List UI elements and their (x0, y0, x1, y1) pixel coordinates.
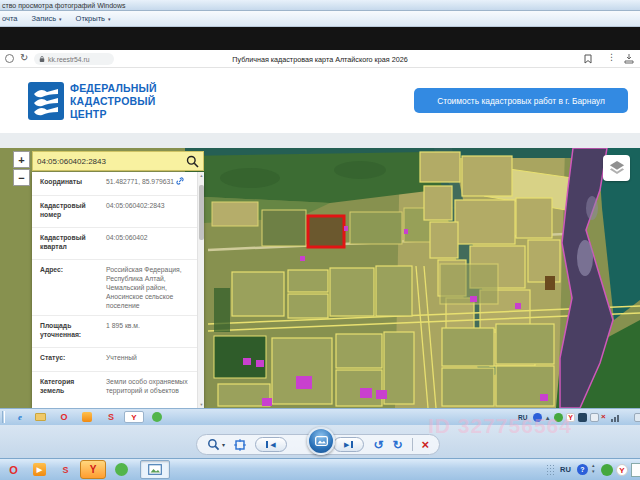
photo-viewer-active-button[interactable] (140, 460, 170, 479)
menu-open[interactable]: Открыть▾ (76, 14, 111, 23)
rotate-cw-button[interactable]: ↻ (393, 439, 403, 451)
chevron-down-icon: ▾ (222, 441, 225, 448)
scrollbar-thumb[interactable] (199, 185, 204, 240)
ie-icon[interactable]: e (14, 411, 26, 423)
s-app-icon[interactable]: S (105, 411, 117, 423)
opera-icon[interactable]: O (58, 411, 70, 423)
viewer-bottom-chrome: ▾ ◀ ▶ ↺ ↻ × (0, 425, 640, 458)
taskbar-grip (2, 411, 5, 423)
media-app-icon[interactable] (81, 411, 93, 423)
folder-icon[interactable] (34, 411, 46, 423)
fit-icon (234, 439, 246, 451)
info-row-cad-number: Кадастровый номер 04:05:060402:2843 (32, 196, 204, 228)
s-taskbar-icon[interactable]: S (58, 462, 73, 477)
delete-button[interactable]: × (421, 438, 429, 451)
tray-grip (546, 464, 554, 476)
next-button[interactable]: ▶ (333, 437, 365, 452)
tray-chevron-icon[interactable]: ▴ (546, 414, 549, 422)
inner-taskbar: e O S Y RU ▴ Y × (0, 408, 640, 425)
viewer-zoom-button[interactable]: ▾ (207, 438, 225, 451)
panel-scrollbar[interactable]: ▴ ▾ (197, 172, 204, 408)
chevron-down-icon: ▾ (59, 16, 62, 22)
chevron-down-icon: ▾ (108, 16, 111, 22)
tray-close-icon[interactable]: × (601, 412, 606, 421)
scroll-down-icon[interactable]: ▾ (198, 402, 204, 407)
info-row-area: Площадь уточненная: 1 895 кв.м. (32, 316, 204, 348)
scroll-up-icon[interactable]: ▴ (198, 173, 204, 178)
parcel-info-panel: Координаты 51.482771, 85.979631 Кадастро… (32, 172, 204, 408)
doc-tray-icon[interactable] (631, 463, 640, 477)
language-indicator[interactable]: RU (560, 465, 571, 474)
search-icon[interactable] (186, 155, 199, 168)
tray-speaker-icon[interactable] (590, 413, 599, 422)
zoom-out-button[interactable]: − (13, 169, 30, 186)
yandex-taskbar-button[interactable]: Y (124, 411, 144, 423)
help-tray-icon[interactable]: ? (577, 464, 588, 475)
yandex-tray-icon[interactable]: Y (616, 464, 628, 476)
screen: ство просмотра фотографий Windows очта З… (0, 0, 640, 480)
window-title: ство просмотра фотографий Windows (2, 2, 126, 9)
photo-viewer-titlebar: ство просмотра фотографий Windows (0, 0, 640, 11)
green-tray-icon[interactable] (601, 464, 613, 476)
slideshow-button[interactable] (307, 427, 335, 455)
browser-tab-bar: кадастровая карта алтай Публичная кадаст… (0, 27, 640, 50)
info-row-cad-quarter: Кадастровый квартал 04:05:060402 (32, 228, 204, 260)
site-logo-text: ФЕДЕРАЛЬНЫЙ КАДАСТРОВЫЙ ЦЕНТР (70, 82, 157, 121)
header-divider (0, 133, 640, 148)
controls-divider (412, 438, 413, 451)
tray-yandex-icon[interactable]: Y (566, 413, 575, 422)
tray-cut-icon (634, 413, 640, 422)
info-row-address: Адрес: Российская Федерация, Республика … (32, 260, 204, 316)
page-title: Публичная кадастровая карта Алтайского к… (0, 50, 640, 68)
browser-url-bar: ↻ kk.reestr54.ru Публичная кадастровая к… (0, 50, 640, 68)
map-canvas[interactable]: + − Координаты 51.482771, 85.979631 Када… (0, 148, 640, 408)
share-link-icon[interactable] (176, 177, 184, 185)
inner-language-indicator[interactable]: RU (518, 414, 527, 421)
bookmark-flag-icon[interactable] (584, 54, 592, 64)
prev-bar (266, 441, 268, 448)
rotate-ccw-button[interactable]: ↺ (373, 439, 383, 451)
tray-blue-icon[interactable] (533, 413, 542, 422)
cta-button[interactable]: Стоимость кадастровых работ в г. Барнаул (414, 88, 628, 113)
search-box (32, 151, 204, 171)
site-header: ФЕДЕРАЛЬНЫЙ КАДАСТРОВЫЙ ЦЕНТР Стоимость … (0, 68, 640, 133)
zoom-in-button[interactable]: + (13, 151, 30, 168)
media-taskbar-icon[interactable]: ▶ (32, 462, 47, 477)
layers-button[interactable] (603, 155, 630, 181)
menu-burn[interactable]: Запись▾ (31, 14, 61, 23)
green-app-icon[interactable] (151, 411, 163, 423)
magnifier-icon (207, 438, 220, 451)
picture-icon (315, 436, 328, 446)
photo-icon (148, 464, 162, 475)
fit-to-window-button[interactable] (234, 439, 246, 451)
info-row-status: Статус: Учтенный (32, 348, 204, 372)
tray-green-icon[interactable] (554, 413, 563, 422)
photo-viewer-menubar: очта Запись▾ Открыть▾ (0, 11, 640, 27)
green-taskbar-icon[interactable] (114, 462, 129, 477)
opera-taskbar-icon[interactable]: O (6, 462, 21, 477)
menu-email[interactable]: очта (2, 14, 17, 23)
previous-button[interactable]: ◀ (255, 437, 287, 452)
info-row-category: Категория земель Земли особо охраняемых … (32, 372, 204, 408)
kebab-menu-icon[interactable]: ⋮ (607, 52, 616, 62)
layers-icon (608, 160, 626, 176)
tray-chevrons[interactable]: ▴▾ (592, 462, 595, 474)
tray-flag-icon[interactable] (578, 413, 587, 422)
download-icon[interactable] (624, 53, 634, 64)
windows-taskbar: O ▶ S Y RU ? ▴▾ Y (0, 458, 640, 480)
next-bar (351, 441, 353, 448)
fkc-logo-icon (28, 82, 64, 120)
info-row-coordinates: Координаты 51.482771, 85.979631 (32, 172, 204, 196)
tray-signal-bars-icon[interactable] (611, 414, 621, 422)
yandex-active-button[interactable]: Y (80, 460, 106, 479)
search-input[interactable] (33, 157, 186, 166)
